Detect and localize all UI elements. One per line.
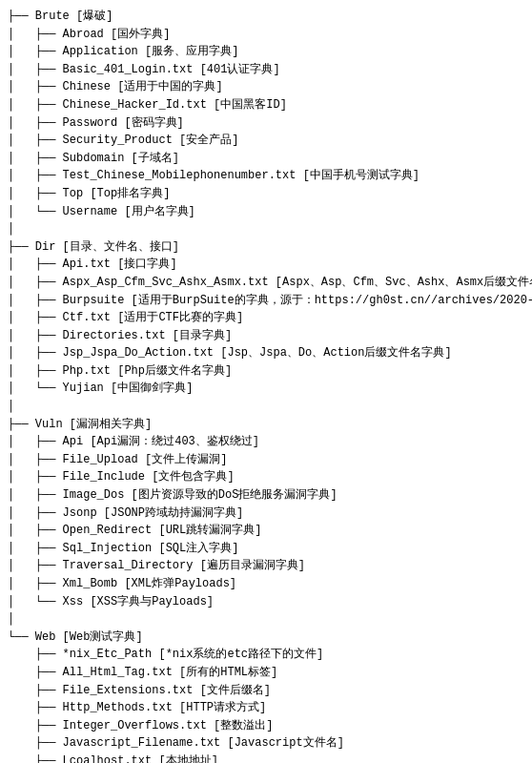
tree-item: │ ├── Jsp_Jspa_Do_Action.txt [Jsp、Jspa、D… xyxy=(8,344,528,362)
tree-prefix: │ ├── xyxy=(8,540,63,558)
tree-item-label: Lcoalhost.txt [本地地址] xyxy=(63,753,218,763)
tree-item: │ ├── Jsonp [JSONP跨域劫持漏洞字典] xyxy=(8,505,528,523)
tree-prefix: │ ├── xyxy=(8,96,63,114)
tree-item-label: Basic_401_Login.txt [401认证字典] xyxy=(63,61,280,79)
tree-item: │ ├── Sql_Injection [SQL注入字典] xyxy=(8,540,528,558)
tree-spacer: │ xyxy=(8,398,528,416)
tree-item: │ └── Xss [XSS字典与Payloads] xyxy=(8,593,528,611)
tree-prefix: │ ├── xyxy=(8,132,63,150)
tree-item: │ ├── Abroad [国外字典] xyxy=(8,26,528,44)
tree-prefix: │ └── xyxy=(8,203,63,221)
tree-item: ├── Javascript_Filename.txt [Javascript文… xyxy=(8,734,528,753)
tree-prefix: ├── xyxy=(8,664,63,682)
tree-item-label: Jsonp [JSONP跨域劫持漏洞字典] xyxy=(63,505,244,523)
tree-item-label: *nix_Etc_Path [*nix系统的etc路径下的文件] xyxy=(63,646,324,664)
tree-item: │ └── Yujian [中国御剑字典] xyxy=(8,380,528,398)
tree-item-label: Chinese [适用于中国的字典] xyxy=(63,78,223,96)
tree-item-label: Directories.txt [目录字典] xyxy=(63,327,233,345)
tree-prefix: │ ├── xyxy=(8,26,63,44)
tree-prefix: ├── xyxy=(8,734,63,753)
tree-item: │ ├── Application [服务、应用字典] xyxy=(8,43,528,61)
tree-prefix: │ ├── xyxy=(8,522,63,540)
tree-item-label: Abroad [国外字典] xyxy=(63,26,171,44)
tree-item-label: All_Html_Tag.txt [所有的HTML标签] xyxy=(63,664,278,682)
tree-item-label: Application [服务、应用字典] xyxy=(63,43,239,61)
tree-item-label: Integer_Overflows.txt [整数溢出] xyxy=(63,717,274,735)
tree-item-label: Sql_Injection [SQL注入字典] xyxy=(63,540,239,558)
tree-item: │ ├── Chinese_Hacker_Id.txt [中国黑客ID] xyxy=(8,96,528,114)
tree-item-label: File_Extensions.txt [文件后缀名] xyxy=(63,682,271,700)
tree-item-label: Xml_Bomb [XML炸弹Payloads] xyxy=(63,575,236,593)
tree-item-label: Top [Top排名字典] xyxy=(63,185,171,203)
tree-item-label: Javascript_Filename.txt [Javascript文件名] xyxy=(63,734,344,753)
tree-item: ├── Dir [目录、文件名、接口] xyxy=(8,238,528,257)
tree-item: ├── File_Extensions.txt [文件后缀名] xyxy=(8,682,528,700)
tree-item-label: Open_Redirect [URL跳转漏洞字典] xyxy=(63,522,262,540)
tree-prefix: └── xyxy=(8,629,35,647)
tree-item-label: Api.txt [接口字典] xyxy=(63,256,177,274)
tree-item: │ ├── Top [Top排名字典] xyxy=(8,185,528,203)
tree-prefix: │ ├── xyxy=(8,61,63,79)
tree-item-label: Subdomain [子域名] xyxy=(63,150,179,168)
tree-item: ├── All_Html_Tag.txt [所有的HTML标签] xyxy=(8,664,528,682)
tree-prefix: │ ├── xyxy=(8,433,63,451)
tree-prefix: │ ├── xyxy=(8,451,63,469)
tree-prefix: │ └── xyxy=(8,380,63,398)
tree-prefix: │ ├── xyxy=(8,575,63,593)
tree-item: │ └── Username [用户名字典] xyxy=(8,203,528,221)
tree-item-label: Chinese_Hacker_Id.txt [中国黑客ID] xyxy=(63,96,287,114)
tree-item: │ ├── Traversal_Directory [遍历目录漏洞字典] xyxy=(8,557,528,575)
tree-item-label: Http_Methods.txt [HTTP请求方式] xyxy=(63,699,267,717)
tree-prefix: │ ├── xyxy=(8,150,63,168)
tree-item: │ ├── Php.txt [Php后缀文件名字典] xyxy=(8,362,528,381)
tree-prefix: │ ├── xyxy=(8,167,63,185)
tree-item-label: Ctf.txt [适用于CTF比赛的字典] xyxy=(63,309,244,327)
tree-prefix: ├── xyxy=(8,699,63,717)
tree-item: │ ├── File_Upload [文件上传漏洞] xyxy=(8,451,528,469)
tree-prefix: │ ├── xyxy=(8,557,63,575)
tree-prefix: ├── xyxy=(8,646,63,664)
tree-prefix: │ ├── xyxy=(8,309,63,327)
tree-item-label: Web [Web测试字典] xyxy=(35,629,143,647)
tree-item-label: Aspx_Asp_Cfm_Svc_Ashx_Asmx.txt [Aspx、Asp… xyxy=(63,274,532,292)
tree-item: │ ├── Test_Chinese_Mobilephonenumber.txt… xyxy=(8,167,528,185)
tree-spacer: │ xyxy=(8,610,528,629)
tree-item: │ ├── Chinese [适用于中国的字典] xyxy=(8,78,528,96)
tree-item-label: Burpsuite [适用于BurpSuite的字典，源于：https://gh… xyxy=(63,292,532,310)
tree-prefix: │ ├── xyxy=(8,468,63,486)
tree-prefix: │ ├── xyxy=(8,114,63,133)
tree-item-label: Username [用户名字典] xyxy=(63,203,195,221)
tree-item: │ ├── Burpsuite [适用于BurpSuite的字典，源于：http… xyxy=(8,292,528,310)
tree-item: │ ├── Basic_401_Login.txt [401认证字典] xyxy=(8,61,528,79)
tree-item-label: Jsp_Jspa_Do_Action.txt [Jsp、Jspa、Do、Acti… xyxy=(63,344,452,362)
tree-item: ├── Vuln [漏洞相关字典] xyxy=(8,416,528,434)
tree-item-label: Security_Product [安全产品] xyxy=(63,132,239,150)
tree-item-label: File_Include [文件包含字典] xyxy=(63,468,235,486)
tree-item-label: Yujian [中国御剑字典] xyxy=(63,380,194,398)
tree-item: ├── Brute [爆破] xyxy=(8,8,528,26)
tree-prefix: ├── xyxy=(8,238,35,257)
tree-item-label: Dir [目录、文件名、接口] xyxy=(35,238,179,257)
tree-item-label: Php.txt [Php后缀文件名字典] xyxy=(63,362,233,381)
tree-prefix: ├── xyxy=(8,416,35,434)
tree-item: │ ├── Directories.txt [目录字典] xyxy=(8,327,528,345)
tree-item: │ ├── Image_Dos [图片资源导致的DoS拒绝服务漏洞字典] xyxy=(8,486,528,505)
tree-item-label: File_Upload [文件上传漏洞] xyxy=(63,451,228,469)
tree-item-label: Vuln [漏洞相关字典] xyxy=(35,416,152,434)
tree-item-label: Password [密码字典] xyxy=(63,114,184,133)
tree-item: │ ├── File_Include [文件包含字典] xyxy=(8,468,528,486)
tree-item-label: Test_Chinese_Mobilephonenumber.txt [中国手机… xyxy=(63,167,419,185)
tree-prefix: │ ├── xyxy=(8,185,63,203)
tree-item: │ ├── Xml_Bomb [XML炸弹Payloads] xyxy=(8,575,528,593)
tree-item: │ ├── Api [Api漏洞：绕过403、鉴权绕过] xyxy=(8,433,528,451)
tree-prefix: │ ├── xyxy=(8,78,63,96)
tree-prefix: │ ├── xyxy=(8,344,63,362)
tree-prefix: ├── xyxy=(8,682,63,700)
tree-prefix: ├── xyxy=(8,717,63,735)
tree-item: ├── Lcoalhost.txt [本地地址] xyxy=(8,753,528,763)
tree-spacer: │ xyxy=(8,220,528,238)
tree-prefix: ├── xyxy=(8,8,35,26)
tree-item-label: Api [Api漏洞：绕过403、鉴权绕过] xyxy=(63,433,259,451)
tree-prefix: │ ├── xyxy=(8,327,63,345)
tree-prefix: │ ├── xyxy=(8,256,63,274)
